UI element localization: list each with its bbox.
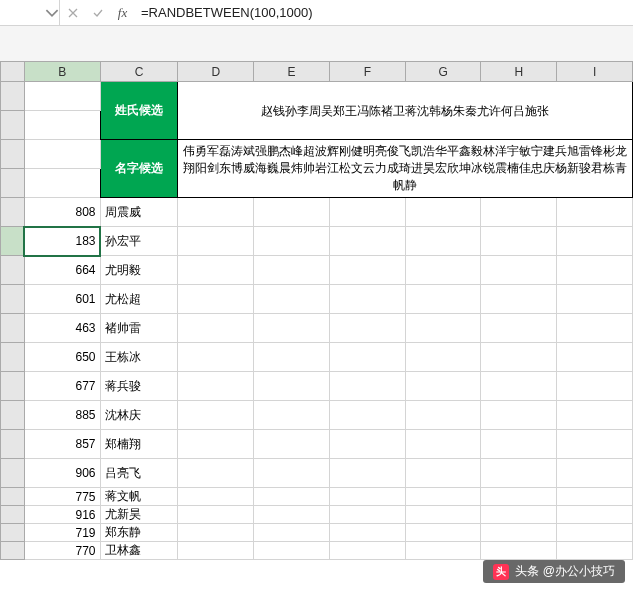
cell-name[interactable]: 吕亮飞 — [100, 459, 178, 488]
table-row: 770 卫林鑫 — [1, 542, 633, 560]
enter-icon[interactable] — [85, 0, 110, 25]
table-row: 885 沈林庆 — [1, 401, 633, 430]
cell-number[interactable]: 906 — [24, 459, 100, 488]
active-cell[interactable]: 183 — [24, 227, 100, 256]
cell-name[interactable]: 郑楠翔 — [100, 430, 178, 459]
surname-label-cell[interactable]: 姓氏候选 — [100, 82, 178, 140]
ribbon-gap — [0, 26, 633, 61]
col-header-G[interactable]: G — [405, 62, 481, 82]
row-header[interactable] — [1, 169, 25, 198]
col-header-C[interactable]: C — [100, 62, 178, 82]
cell-name[interactable]: 尤新昊 — [100, 506, 178, 524]
cell-number[interactable]: 650 — [24, 343, 100, 372]
cell[interactable] — [24, 82, 100, 111]
table-row: 463 褚帅雷 — [1, 314, 633, 343]
watermark-text: 头条 @办公小技巧 — [515, 563, 615, 580]
toutiao-logo-icon: 头 — [493, 564, 509, 580]
cell-name[interactable]: 王栋冰 — [100, 343, 178, 372]
cell-number[interactable]: 916 — [24, 506, 100, 524]
name-box[interactable] — [0, 0, 60, 25]
cell-number[interactable]: 770 — [24, 542, 100, 560]
cell-name[interactable]: 孙宏平 — [100, 227, 178, 256]
table-row: 677 蒋兵骏 — [1, 372, 633, 401]
data-row-header-3: 名字候选 伟勇军磊涛斌强鹏杰峰超波辉刚健明亮俊飞凯浩华平鑫毅林洋宇敏宁建兵旭雷锋… — [1, 140, 633, 169]
cell-name[interactable]: 郑东静 — [100, 524, 178, 542]
name-pool-cell[interactable]: 伟勇军磊涛斌强鹏杰峰超波辉刚健明亮俊飞凯浩华平鑫毅林洋宇敏宁建兵旭雷锋彬龙翔阳剑… — [178, 140, 633, 198]
cell-name[interactable]: 蒋兵骏 — [100, 372, 178, 401]
table-row: 857 郑楠翔 — [1, 430, 633, 459]
col-header-I[interactable]: I — [557, 62, 633, 82]
row-header[interactable] — [1, 401, 25, 430]
table-row: 808 周震威 — [1, 198, 633, 227]
row-header[interactable] — [1, 459, 25, 488]
row-header[interactable] — [1, 542, 25, 560]
row-header[interactable] — [1, 111, 25, 140]
row-header[interactable] — [1, 256, 25, 285]
column-header-row[interactable]: B C D E F G H I — [1, 62, 633, 82]
table-row: 906 吕亮飞 — [1, 459, 633, 488]
col-header-H[interactable]: H — [481, 62, 557, 82]
data-row-header-1: 姓氏候选 赵钱孙李周吴郑王冯陈褚卫蒋沈韩杨朱秦尤许何吕施张 — [1, 82, 633, 111]
table-row: 650 王栋冰 — [1, 343, 633, 372]
row-header[interactable] — [1, 488, 25, 506]
col-header-B[interactable]: B — [24, 62, 100, 82]
row-header[interactable] — [1, 285, 25, 314]
col-header-E[interactable]: E — [254, 62, 330, 82]
cell-name[interactable]: 周震威 — [100, 198, 178, 227]
row-header[interactable] — [1, 524, 25, 542]
spreadsheet-grid[interactable]: B C D E F G H I 姓氏候选 赵钱孙李周吴郑王冯陈褚卫蒋沈韩杨朱秦尤… — [0, 61, 633, 560]
cell-name[interactable]: 蒋文帆 — [100, 488, 178, 506]
table-row: 664 尤明毅 — [1, 256, 633, 285]
table-row: 775 蒋文帆 — [1, 488, 633, 506]
name-box-dropdown-icon[interactable] — [45, 6, 59, 20]
cancel-icon[interactable] — [60, 0, 85, 25]
cell-number[interactable]: 664 — [24, 256, 100, 285]
cell-number[interactable]: 775 — [24, 488, 100, 506]
table-row: 183 孙宏平 — [1, 227, 633, 256]
surname-pool-cell[interactable]: 赵钱孙李周吴郑王冯陈褚卫蒋沈韩杨朱秦尤许何吕施张 — [178, 82, 633, 140]
name-label-cell[interactable]: 名字候选 — [100, 140, 178, 198]
cell-name[interactable]: 卫林鑫 — [100, 542, 178, 560]
select-all-corner[interactable] — [1, 62, 25, 82]
table-row: 719 郑东静 — [1, 524, 633, 542]
col-header-D[interactable]: D — [178, 62, 254, 82]
table-row: 916 尤新昊 — [1, 506, 633, 524]
row-header[interactable] — [1, 227, 25, 256]
cell[interactable] — [24, 169, 100, 198]
row-header[interactable] — [1, 506, 25, 524]
cell-number[interactable]: 601 — [24, 285, 100, 314]
cell-number[interactable]: 885 — [24, 401, 100, 430]
cell-name[interactable]: 尤明毅 — [100, 256, 178, 285]
watermark: 头 头条 @办公小技巧 — [483, 560, 625, 583]
row-header[interactable] — [1, 314, 25, 343]
row-header[interactable] — [1, 82, 25, 111]
cell-number[interactable]: 719 — [24, 524, 100, 542]
formula-input[interactable]: =RANDBETWEEN(100,1000) — [135, 5, 633, 20]
cell-name[interactable]: 沈林庆 — [100, 401, 178, 430]
cell-name[interactable]: 尤松超 — [100, 285, 178, 314]
formula-bar: fx =RANDBETWEEN(100,1000) — [0, 0, 633, 26]
fx-icon[interactable]: fx — [110, 0, 135, 25]
cell[interactable] — [24, 140, 100, 169]
cell-name[interactable]: 褚帅雷 — [100, 314, 178, 343]
cell-number[interactable]: 857 — [24, 430, 100, 459]
cell-number[interactable]: 677 — [24, 372, 100, 401]
row-header[interactable] — [1, 343, 25, 372]
cell-number[interactable]: 808 — [24, 198, 100, 227]
col-header-F[interactable]: F — [329, 62, 405, 82]
table-row: 601 尤松超 — [1, 285, 633, 314]
row-header[interactable] — [1, 198, 25, 227]
cell[interactable] — [24, 111, 100, 140]
row-header[interactable] — [1, 430, 25, 459]
cell-number[interactable]: 463 — [24, 314, 100, 343]
row-header[interactable] — [1, 140, 25, 169]
row-header[interactable] — [1, 372, 25, 401]
